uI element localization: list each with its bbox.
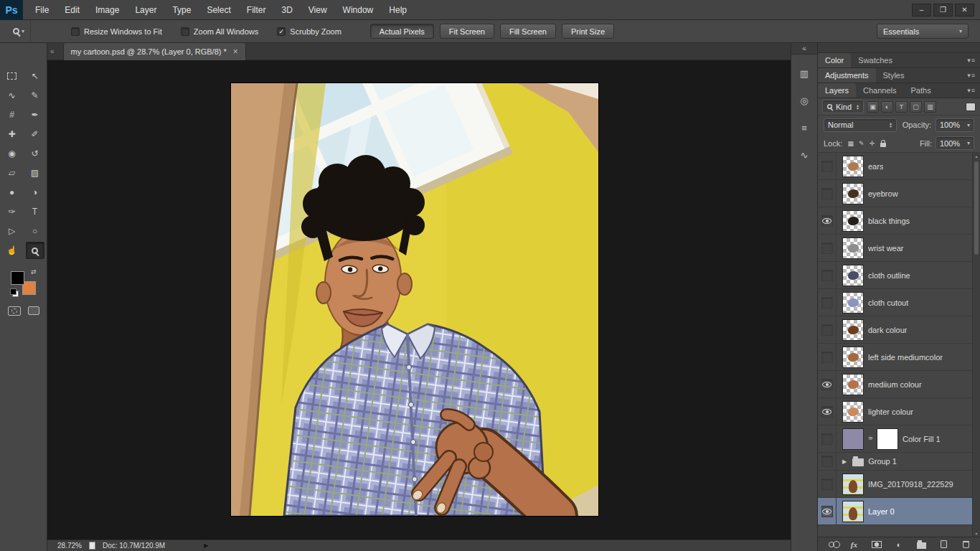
move-tool[interactable]: ↖ [26, 67, 44, 85]
layer-row-lighter-colour[interactable]: lighter colour [818, 398, 980, 425]
foreground-color-swatch[interactable] [11, 271, 24, 285]
gradient-tool[interactable]: ▨ [26, 164, 44, 182]
layer-thumbnail[interactable] [842, 474, 864, 495]
filter-toggle-icon[interactable] [966, 103, 976, 111]
filter-type-layers-icon[interactable]: T [895, 101, 908, 113]
layer-thumbnail[interactable] [842, 501, 864, 522]
disclosure-triangle-icon[interactable]: ▶ [842, 458, 847, 465]
menu-item-image[interactable]: Image [88, 0, 127, 20]
spot-healing-brush-tool[interactable]: ✚ [3, 126, 22, 143]
layer-visibility-toggle[interactable] [818, 180, 837, 207]
menu-item-window[interactable]: Window [335, 0, 382, 20]
zoom-level[interactable]: 28.72% [57, 542, 82, 550]
quick-mask-icon[interactable] [8, 306, 21, 316]
canvas-area[interactable] [47, 60, 791, 540]
tab-paths[interactable]: Paths [904, 83, 938, 98]
layer-thumbnail[interactable] [842, 428, 864, 450]
print-size-button[interactable]: Print Size [562, 24, 614, 39]
clone-stamp-tool[interactable]: ◉ [3, 145, 22, 162]
layers-scrollbar[interactable]: ▴ ▾ [972, 153, 980, 537]
history-brush-tool[interactable]: ↺ [26, 145, 44, 162]
menu-item-view[interactable]: View [301, 0, 335, 20]
rectangular-marquee-tool[interactable] [3, 67, 22, 85]
new-adjustment-layer-icon[interactable]: ◐ [894, 540, 904, 549]
filter-shape-layers-icon[interactable]: ▢ [910, 101, 922, 113]
zoom-tool[interactable] [26, 242, 44, 259]
scrollbar-thumb[interactable] [974, 161, 979, 255]
checkbox-box-icon[interactable] [181, 27, 189, 36]
layer-visibility-toggle[interactable] [818, 398, 837, 425]
screen-mode-icon[interactable] [28, 306, 39, 315]
layer-thumbnail[interactable] [842, 237, 864, 259]
lock-pixels-icon[interactable]: ✎ [857, 140, 866, 147]
tab-adjustments[interactable]: Adjustments [818, 68, 876, 83]
layer-row-wrist-wear[interactable]: wrist wear [818, 235, 980, 262]
brush-tool[interactable]: ✐ [26, 126, 44, 143]
document-canvas[interactable] [231, 83, 598, 516]
layer-visibility-toggle[interactable] [818, 207, 837, 234]
layer-row-dark-colour[interactable]: dark colour [818, 316, 980, 344]
layer-filter-kind-combo[interactable]: Kind ▲▼ [822, 100, 864, 113]
navigator-panel-icon[interactable]: ◎ [795, 92, 814, 109]
blend-mode-select[interactable]: Normal ▲▼ [824, 118, 897, 132]
default-colors-icon[interactable] [10, 288, 19, 297]
swap-colors-icon[interactable]: ⇄ [31, 268, 37, 276]
layer-visibility-toggle[interactable] [818, 316, 837, 343]
lock-all-icon[interactable] [878, 140, 887, 147]
curves-panel-icon[interactable]: ∿ [795, 146, 814, 164]
layer-thumbnail[interactable] [842, 374, 864, 395]
menu-item-filter[interactable]: Filter [239, 0, 274, 20]
delete-layer-icon[interactable] [961, 541, 971, 548]
filter-adjustment-layers-icon[interactable]: ◐ [881, 101, 893, 113]
layer-thumbnail[interactable] [842, 292, 864, 314]
layer-row-black-things[interactable]: black things [818, 207, 980, 235]
add-layer-mask-icon[interactable] [872, 541, 882, 548]
tab-styles[interactable]: Styles [876, 68, 912, 83]
checkbox-scrubby-zoom[interactable]: ✓Scrubby Zoom [277, 27, 341, 36]
quick-selection-tool[interactable]: ✎ [26, 87, 44, 104]
pen-tool[interactable]: ✑ [3, 203, 22, 220]
menu-item-select[interactable]: Select [199, 0, 238, 20]
panel-menu-icon[interactable]: ▾≡ [967, 57, 976, 64]
layer-thumbnail[interactable] [842, 265, 864, 286]
layer-row-cloth-cutout[interactable]: cloth cutout [818, 289, 980, 316]
dodge-tool[interactable]: ◑ [26, 184, 44, 201]
document-tab[interactable]: my cartoon.psd @ 28.7% (Layer 0, RGB/8) … [63, 43, 246, 60]
opacity-select[interactable]: 100% ▾ [936, 118, 974, 132]
lock-position-icon[interactable]: ✛ [867, 140, 877, 147]
checkbox-box-icon[interactable] [71, 27, 80, 36]
new-layer-icon[interactable] [939, 540, 949, 548]
layer-visibility-toggle[interactable] [818, 371, 837, 397]
close-icon[interactable]: × [233, 47, 238, 57]
histogram-panel-icon[interactable]: ▥ [795, 65, 814, 82]
panel-menu-icon[interactable]: ▾≡ [967, 72, 976, 79]
tab-channels[interactable]: Channels [856, 83, 903, 98]
menu-item-help[interactable]: Help [381, 0, 415, 20]
layer-row-color-fill-1[interactable]: 8Color Fill 1 [818, 425, 980, 453]
expand-panels-icon[interactable]: « [791, 43, 817, 55]
tab-scroll-icon[interactable]: « [47, 47, 57, 55]
layer-row-layer-0[interactable]: Layer 0 [818, 498, 980, 525]
workspace-switcher[interactable]: Essentials ▾ [877, 24, 969, 39]
layer-visibility-toggle[interactable] [818, 425, 837, 452]
scroll-down-icon[interactable]: ▾ [973, 531, 980, 536]
layer-row-cloth-outline[interactable]: cloth outline [818, 262, 980, 289]
menu-item-edit[interactable]: Edit [57, 0, 88, 20]
status-menu-arrow-icon[interactable]: ▶ [204, 542, 208, 549]
layer-thumbnail[interactable] [842, 156, 864, 177]
path-selection-tool[interactable]: ▷ [3, 222, 22, 240]
actual-pixels-button[interactable]: Actual Pixels [370, 24, 434, 39]
link-layers-icon[interactable] [826, 542, 837, 547]
new-group-icon[interactable] [916, 540, 926, 549]
layer-thumbnail[interactable] [842, 319, 864, 341]
filter-pixel-layers-icon[interactable]: ▣ [867, 101, 879, 113]
layer-row-mediium-colour[interactable]: mediium colour [818, 371, 980, 398]
menu-item-file[interactable]: File [27, 0, 57, 20]
layer-thumbnail[interactable] [842, 210, 864, 232]
panel-menu-icon[interactable]: ▾≡ [967, 87, 976, 94]
properties-panel-icon[interactable]: ≡ [795, 119, 814, 136]
checkbox-resize-windows-to-fit[interactable]: Resize Windows to Fit [71, 27, 162, 36]
hand-tool[interactable]: ☝ [3, 242, 22, 259]
layer-row-group-1[interactable]: ▶Group 1 [818, 453, 980, 471]
tab-color[interactable]: Color [818, 53, 851, 67]
